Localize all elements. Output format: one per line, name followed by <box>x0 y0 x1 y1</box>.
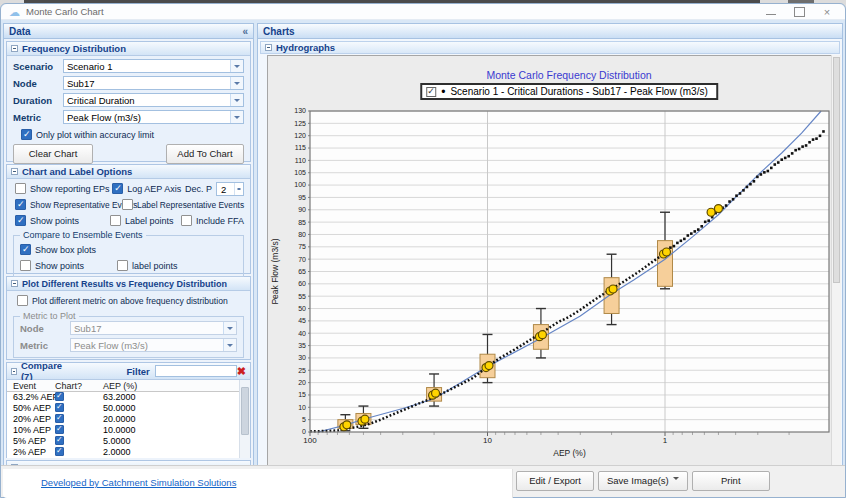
svg-text:70: 70 <box>298 256 306 263</box>
developer-link[interactable]: Developed by Catchment Simulation Soluti… <box>41 477 236 488</box>
aep-cell: 5.0000 <box>103 436 250 446</box>
scenario-value: Scenario 1 <box>67 61 112 72</box>
svg-text:25: 25 <box>298 367 306 374</box>
show-representative-events-checkbox[interactable] <box>15 199 26 210</box>
svg-text:45: 45 <box>298 317 306 324</box>
compare-table-scrollbar[interactable] <box>239 380 250 458</box>
table-row[interactable]: 20% AEP20.0000 <box>7 414 250 425</box>
node-value: Sub17 <box>67 78 94 89</box>
collapse-section-icon[interactable] <box>11 168 18 175</box>
chart-checkbox[interactable] <box>55 414 64 423</box>
chart-label-options-header[interactable]: Chart and Label Options <box>7 165 250 179</box>
table-row[interactable]: 50% AEP50.0000 <box>7 403 250 414</box>
hydrographs-header[interactable]: Hydrographs <box>260 41 840 54</box>
label-points-checkbox[interactable] <box>110 215 121 226</box>
maximize-button[interactable] <box>793 7 805 17</box>
minimize-button[interactable] <box>765 7 777 17</box>
table-row[interactable]: 10% AEP10.0000 <box>7 425 250 436</box>
node-label: Node <box>13 78 63 89</box>
scrollbar-thumb[interactable] <box>241 387 249 435</box>
print-button[interactable]: Print <box>692 471 770 491</box>
filter-input[interactable] <box>155 365 237 377</box>
svg-text:40: 40 <box>298 330 306 337</box>
show-box-plots-checkbox[interactable] <box>20 244 31 255</box>
plot-metric-select: Peak Flow (m3/s) <box>70 338 237 352</box>
svg-text:35: 35 <box>298 342 306 349</box>
collapse-section-icon[interactable] <box>11 368 17 375</box>
table-row[interactable]: 63.2% AEP63.2000 <box>7 392 250 403</box>
collapse-section-icon[interactable] <box>265 44 272 51</box>
plot-node-value: Sub17 <box>74 323 101 334</box>
plot-different-results-section: Plot Different Results vs Frequency Dist… <box>6 276 251 360</box>
svg-text:60: 60 <box>298 280 306 287</box>
charts-panel: Charts Hydrographs Monte Carlo Frequency… <box>257 23 843 470</box>
spinner-arrows-icon[interactable] <box>234 183 243 195</box>
svg-text:75: 75 <box>298 243 306 250</box>
collapse-section-icon[interactable] <box>11 45 18 52</box>
close-button[interactable]: × <box>821 7 833 17</box>
window-title: Monte Carlo Chart <box>26 6 104 17</box>
collapse-section-icon[interactable] <box>11 280 18 287</box>
clear-chart-button[interactable]: Clear Chart <box>13 144 93 164</box>
legend-checkbox[interactable] <box>426 87 436 97</box>
log-aep-axis-label: Log AEP Axis <box>127 184 181 194</box>
save-images-button[interactable]: Save Image(s) <box>598 471 688 491</box>
duration-select[interactable]: Critical Duration <box>63 93 244 107</box>
svg-text:130: 130 <box>294 107 306 114</box>
plot-different-metric-checkbox[interactable] <box>17 295 28 306</box>
show-points-checkbox[interactable] <box>15 215 26 226</box>
chevron-down-icon <box>230 94 243 106</box>
table-row[interactable]: 2% AEP2.0000 <box>7 447 250 458</box>
label-representative-events-checkbox[interactable] <box>122 199 133 210</box>
col-event[interactable]: Event <box>7 381 55 391</box>
log-aep-axis-checkbox[interactable] <box>112 183 123 194</box>
chart-checkbox[interactable] <box>55 425 64 434</box>
node-select[interactable]: Sub17 <box>63 76 244 90</box>
frequency-distribution-section: Frequency Distribution Scenario Scenario… <box>6 41 251 162</box>
plot-different-results-header[interactable]: Plot Different Results vs Frequency Dist… <box>7 277 250 291</box>
footer-panel: Developed by Catchment Simulation Soluti… <box>3 469 513 498</box>
chart-title: Monte Carlo Frequency Distribution <box>486 69 651 81</box>
svg-text:55: 55 <box>298 293 306 300</box>
frequency-chart: Monte Carlo Frequency Distribution • Sce… <box>267 55 832 466</box>
svg-text:10: 10 <box>298 404 306 411</box>
clear-filter-icon[interactable]: ✖ <box>237 366 246 377</box>
metric-label: Metric <box>13 112 63 123</box>
accuracy-limit-checkbox[interactable] <box>21 129 32 140</box>
compare-table: Event Chart? AEP (%) 63.2% AEP63.2000 50… <box>7 380 250 458</box>
metric-select[interactable]: Peak Flow (m3/s) <box>63 110 244 124</box>
svg-text:90: 90 <box>298 206 306 213</box>
frequency-distribution-header[interactable]: Frequency Distribution <box>7 42 250 56</box>
data-panel-header: Data « <box>4 24 253 39</box>
hydrographs-title: Hydrographs <box>276 42 335 53</box>
col-aep[interactable]: AEP (%) <box>103 381 250 391</box>
table-row[interactable]: 5% AEP5.0000 <box>7 436 250 447</box>
charts-panel-header: Charts <box>258 24 842 39</box>
duration-value: Critical Duration <box>67 95 135 106</box>
dec-p-spinner[interactable]: 2 <box>216 182 244 196</box>
svg-text:AEP (%): AEP (%) <box>553 448 586 458</box>
chart-checkbox[interactable] <box>55 436 64 445</box>
collapse-panel-icon[interactable]: « <box>242 26 248 37</box>
chart-checkbox[interactable] <box>55 447 64 456</box>
scrollbar-thumb[interactable] <box>833 57 840 283</box>
svg-text:50: 50 <box>298 305 306 312</box>
svg-text:Peak Flow (m3/s): Peak Flow (m3/s) <box>270 238 280 304</box>
chart-checkbox[interactable] <box>55 403 64 412</box>
ensemble-show-points-checkbox[interactable] <box>20 260 31 271</box>
title-bar[interactable]: ☁ Monte Carlo Chart × <box>1 4 845 20</box>
col-chart[interactable]: Chart? <box>55 381 103 391</box>
add-to-chart-button[interactable]: Add To Chart <box>166 144 244 164</box>
chart-plot-area[interactable]: 0510152025303540455055606570758085909510… <box>268 56 833 467</box>
charts-scrollbar[interactable] <box>831 55 841 466</box>
edit-export-button[interactable]: Edit / Export <box>516 471 594 491</box>
show-reporting-eps-checkbox[interactable] <box>15 183 26 194</box>
ensemble-label-points-checkbox[interactable] <box>117 260 128 271</box>
accuracy-limit-label: Only plot within accuracy limit <box>36 130 154 140</box>
event-cell: 63.2% AEP <box>7 392 55 402</box>
event-cell: 10% AEP <box>7 425 55 435</box>
compare-header[interactable]: Compare (7) Filter ✖ <box>7 363 250 380</box>
scenario-select[interactable]: Scenario 1 <box>63 59 244 73</box>
include-ffa-checkbox[interactable] <box>181 215 192 226</box>
chart-checkbox[interactable] <box>55 392 64 401</box>
